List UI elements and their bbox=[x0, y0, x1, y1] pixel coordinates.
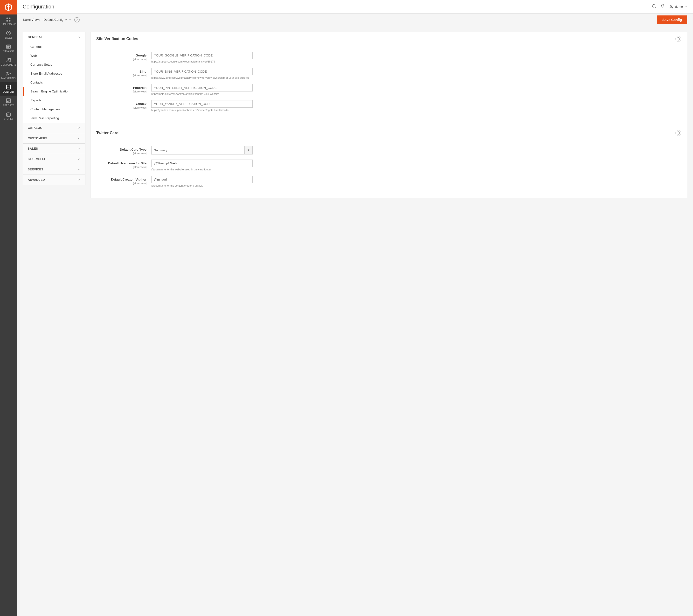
sidebar-item-label: DASHBOARD bbox=[1, 23, 16, 25]
card-type-select[interactable]: Summary Summary with Large Image App Pla… bbox=[152, 147, 244, 154]
nav-section-general[interactable]: GENERAL bbox=[23, 32, 85, 42]
header: Configuration demo bbox=[17, 0, 693, 14]
twitter-card-collapse-btn[interactable] bbox=[675, 130, 681, 136]
config-panel: Site Verification Codes Google [store vi… bbox=[90, 32, 687, 198]
sidebar-item-label: STORES bbox=[4, 118, 14, 120]
bing-input[interactable] bbox=[151, 68, 253, 75]
twitter-card-header: Twitter Card bbox=[91, 126, 687, 140]
form-row-username: Default Username for Site [store view] @… bbox=[98, 159, 679, 171]
google-sub-label: [store view] bbox=[98, 58, 146, 61]
nav-item-seo[interactable]: Search Engine Optimization bbox=[23, 87, 85, 96]
username-input[interactable] bbox=[151, 159, 253, 167]
google-label: Google bbox=[98, 54, 146, 57]
nav-item-reports[interactable]: Reports bbox=[23, 96, 85, 105]
site-verification-collapse-btn[interactable] bbox=[675, 36, 681, 42]
svg-rect-9 bbox=[6, 99, 11, 103]
nav-item-web[interactable]: Web bbox=[23, 51, 85, 60]
yandex-label: Yandex bbox=[98, 102, 146, 106]
nav-section-general-label: GENERAL bbox=[28, 36, 43, 39]
nav-panel: GENERAL General Web Currency Setup Store… bbox=[23, 32, 85, 185]
nav-section-sales[interactable]: SALES bbox=[23, 143, 85, 154]
pinterest-sub-label: [store view] bbox=[98, 90, 146, 93]
yandex-input[interactable] bbox=[151, 100, 253, 108]
nav-item-currency-setup[interactable]: Currency Setup bbox=[23, 60, 85, 69]
sidebar: DASHBOARD SALES CATALOG CUSTOMERS MARKET… bbox=[0, 0, 17, 616]
username-label: Default Username for Site bbox=[98, 161, 146, 165]
pinterest-label: Pinterest bbox=[98, 86, 146, 90]
pinterest-input[interactable] bbox=[151, 84, 253, 92]
notifications-icon[interactable] bbox=[660, 4, 665, 9]
chevron-down-icon bbox=[684, 5, 687, 8]
user-menu[interactable]: demo bbox=[669, 5, 687, 9]
creator-hint: @username for the content creator / auth… bbox=[151, 184, 253, 187]
sidebar-item-catalog[interactable]: CATALOG bbox=[0, 41, 17, 55]
sidebar-item-reports[interactable]: REPORTS bbox=[0, 96, 17, 109]
sidebar-item-stores[interactable]: STORES bbox=[0, 109, 17, 122]
yandex-sub-label: [store view] bbox=[98, 106, 146, 109]
sidebar-item-label: MARKETING bbox=[1, 77, 16, 80]
dropdown-arrow-icon bbox=[68, 18, 72, 21]
sidebar-item-label: SALES bbox=[5, 36, 12, 39]
main-content: GENERAL General Web Currency Setup Store… bbox=[17, 26, 693, 616]
svg-point-11 bbox=[671, 5, 672, 6]
sidebar-item-marketing[interactable]: MARKETING bbox=[0, 69, 17, 82]
card-type-select-wrap: Summary Summary with Large Image App Pla… bbox=[151, 146, 253, 154]
store-view-dropdown[interactable]: Default Config bbox=[43, 18, 67, 22]
svg-rect-0 bbox=[6, 18, 8, 19]
svg-rect-3 bbox=[9, 20, 11, 21]
store-view-bar: Store View: Default Config ? Save Config bbox=[17, 14, 693, 26]
nav-item-general[interactable]: General bbox=[23, 42, 85, 51]
nav-section-catalog[interactable]: CATALOG bbox=[23, 122, 85, 133]
collapse-icon bbox=[677, 131, 680, 135]
bing-sub-label: [store view] bbox=[98, 74, 146, 77]
nav-section-customers-label: CUSTOMERS bbox=[28, 137, 47, 140]
sidebar-item-label: CATALOG bbox=[3, 50, 14, 53]
svg-point-7 bbox=[9, 58, 11, 59]
save-config-button[interactable]: Save Config bbox=[657, 16, 687, 24]
form-row-yandex: Yandex [store view] https://yandex.com/s… bbox=[98, 100, 679, 112]
username-sub-label: [store view] bbox=[98, 166, 146, 169]
nav-section-sales-label: SALES bbox=[28, 147, 38, 150]
help-icon[interactable]: ? bbox=[74, 17, 80, 22]
sidebar-item-label: REPORTS bbox=[3, 104, 14, 107]
select-arrow-icon: ▼ bbox=[244, 146, 252, 154]
sidebar-logo[interactable] bbox=[0, 0, 17, 15]
chevron-down-icon bbox=[77, 147, 80, 150]
nav-section-staempfli-label: STAEMPFLI bbox=[28, 157, 45, 161]
form-row-creator: Default Creator / Author [store view] @u… bbox=[98, 176, 679, 187]
google-hint: https://support.google.com/webmasters/an… bbox=[151, 60, 253, 63]
twitter-card-title: Twitter Card bbox=[96, 131, 118, 135]
sidebar-item-label: CONTENT bbox=[3, 91, 14, 93]
nav-item-new-relic[interactable]: New Relic Reporting bbox=[23, 114, 85, 122]
card-type-label: Default Card Type bbox=[98, 148, 146, 151]
chevron-down-icon bbox=[77, 157, 80, 161]
nav-item-store-email[interactable]: Store Email Addresses bbox=[23, 69, 85, 78]
sidebar-item-sales[interactable]: SALES bbox=[0, 28, 17, 41]
search-icon[interactable] bbox=[652, 4, 656, 9]
sidebar-item-customers[interactable]: CUSTOMERS bbox=[0, 55, 17, 69]
nav-section-customers[interactable]: CUSTOMERS bbox=[23, 133, 85, 143]
chevron-down-icon bbox=[77, 137, 80, 140]
content-layout: GENERAL General Web Currency Setup Store… bbox=[23, 32, 687, 198]
nav-item-content-mgmt[interactable]: Content Management bbox=[23, 105, 85, 114]
sidebar-item-content[interactable]: CONTENT bbox=[0, 82, 17, 96]
nav-section-staempfli[interactable]: STAEMPFLI bbox=[23, 154, 85, 164]
header-actions: demo bbox=[652, 4, 687, 9]
form-row-pinterest: Pinterest [store view] https://help.pint… bbox=[98, 84, 679, 95]
creator-sub-label: [store view] bbox=[98, 182, 146, 185]
pinterest-hint: https://help.pinterest.com/en/articles/c… bbox=[151, 93, 253, 95]
google-input[interactable] bbox=[151, 52, 253, 59]
nav-section-advanced[interactable]: ADVANCED bbox=[23, 174, 85, 185]
nav-item-contacts[interactable]: Contacts bbox=[23, 78, 85, 87]
store-view-select[interactable]: Default Config bbox=[43, 18, 72, 22]
store-view-label: Store View: bbox=[23, 18, 40, 21]
creator-input[interactable] bbox=[151, 176, 253, 183]
nav-section-services[interactable]: SERVICES bbox=[23, 164, 85, 174]
chevron-up-icon bbox=[77, 36, 80, 39]
sidebar-item-dashboard[interactable]: DASHBOARD bbox=[0, 15, 17, 28]
svg-point-10 bbox=[652, 4, 655, 7]
nav-section-advanced-label: ADVANCED bbox=[28, 178, 45, 181]
username-hint: @username for the website used in the ca… bbox=[151, 168, 253, 171]
chevron-down-icon bbox=[77, 168, 80, 171]
nav-general-items: General Web Currency Setup Store Email A… bbox=[23, 42, 85, 122]
